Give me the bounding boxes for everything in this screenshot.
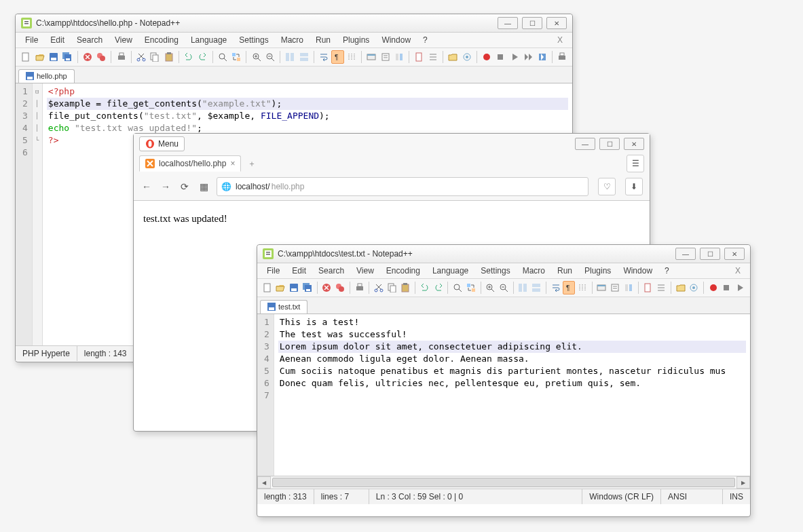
browser-tab[interactable]: localhost/hello.php × xyxy=(139,155,241,172)
scroll-track[interactable] xyxy=(271,477,736,488)
save-all-icon[interactable] xyxy=(61,50,73,64)
close-file-icon[interactable] xyxy=(81,50,94,64)
maximize-button[interactable]: ☐ xyxy=(599,138,620,150)
minimize-button[interactable]: — xyxy=(575,138,595,150)
undo-icon[interactable] xyxy=(183,50,195,64)
redo-icon[interactable] xyxy=(196,50,208,64)
stop-icon[interactable] xyxy=(494,50,506,64)
folder-workspace-icon[interactable] xyxy=(447,50,459,64)
sync-h-icon[interactable] xyxy=(298,50,310,64)
func-list-icon[interactable] xyxy=(379,50,391,64)
copy-icon[interactable] xyxy=(149,50,161,64)
print2-icon[interactable] xyxy=(556,50,568,64)
monitoring-icon[interactable] xyxy=(688,281,700,294)
scroll-left-icon[interactable]: ◀ xyxy=(257,476,271,489)
menu-plugins[interactable]: Plugins xyxy=(579,265,616,277)
scroll-thumb[interactable] xyxy=(272,478,735,487)
menu-encoding[interactable]: Encoding xyxy=(139,34,184,46)
menu-view[interactable]: View xyxy=(109,34,138,46)
zoom-out-icon[interactable] xyxy=(264,50,276,64)
menu-search[interactable]: Search xyxy=(71,34,108,46)
paste-icon[interactable] xyxy=(163,50,175,64)
menu-macro[interactable]: Macro xyxy=(276,34,309,46)
code-area[interactable]: This is a test! The test was successful!… xyxy=(274,314,750,476)
undo-icon[interactable] xyxy=(419,281,431,294)
doc-map-icon[interactable] xyxy=(413,50,425,64)
doc-list-icon[interactable] xyxy=(427,50,439,64)
indent-guide-icon[interactable] xyxy=(576,281,589,294)
titlebar[interactable]: C:\xampp\htdocs\test.txt - Notepad++ — ☐… xyxy=(257,245,750,263)
sync-v-icon[interactable] xyxy=(517,281,529,294)
file-tab-test[interactable]: test.txt xyxy=(260,300,307,314)
replace-icon[interactable] xyxy=(230,50,242,64)
back-button[interactable]: ← xyxy=(141,180,153,193)
menu-x[interactable]: X xyxy=(730,265,746,277)
address-bar[interactable]: 🌐 localhost/hello.php xyxy=(217,177,589,196)
zoom-out-icon[interactable] xyxy=(498,281,510,294)
menu-run[interactable]: Run xyxy=(552,265,578,277)
lang-icon[interactable] xyxy=(365,50,377,64)
menu-plugins[interactable]: Plugins xyxy=(337,34,375,46)
folder-workspace-icon[interactable] xyxy=(675,281,687,294)
print-icon[interactable] xyxy=(354,281,366,294)
folder-map-icon[interactable] xyxy=(622,281,635,294)
all-chars-icon[interactable]: ¶ xyxy=(331,50,343,64)
lang-icon[interactable] xyxy=(596,281,608,294)
scroll-right-icon[interactable]: ▶ xyxy=(736,476,750,489)
menu-x[interactable]: X xyxy=(552,34,568,46)
reload-button[interactable]: ⟳ xyxy=(179,180,191,193)
all-chars-icon[interactable]: ¶ xyxy=(563,281,575,294)
print-icon[interactable] xyxy=(115,50,127,64)
stop-icon[interactable] xyxy=(721,281,733,294)
close-button[interactable]: ✕ xyxy=(624,138,644,150)
menu-search[interactable]: Search xyxy=(313,265,350,277)
new-tab-button[interactable]: ＋ xyxy=(245,157,259,170)
record-icon[interactable] xyxy=(481,50,493,64)
minimize-button[interactable]: — xyxy=(675,248,696,260)
close-button[interactable]: ✕ xyxy=(724,248,745,260)
wordwrap-icon[interactable] xyxy=(550,281,562,294)
menu-window[interactable]: Window xyxy=(376,34,416,46)
code-editor[interactable]: 1234567 This is a test! The test was suc… xyxy=(257,314,750,476)
menu-settings[interactable]: Settings xyxy=(234,34,274,46)
save-icon[interactable] xyxy=(48,50,60,64)
cut-icon[interactable] xyxy=(373,281,385,294)
menu-encoding[interactable]: Encoding xyxy=(381,265,426,277)
record-icon[interactable] xyxy=(707,281,720,294)
forward-button[interactable]: → xyxy=(160,180,172,193)
open-icon[interactable] xyxy=(33,50,45,64)
fold-gutter[interactable]: ⊟│││└ xyxy=(33,83,43,345)
speed-dial-button[interactable]: ▦ xyxy=(198,180,210,193)
save-icon[interactable] xyxy=(288,281,300,294)
panel-toggle-icon[interactable]: ☰ xyxy=(627,155,644,172)
folder-map-icon[interactable] xyxy=(393,50,405,64)
maximize-button[interactable]: ☐ xyxy=(700,248,720,260)
menu-language[interactable]: Language xyxy=(427,265,474,277)
sync-h-icon[interactable] xyxy=(530,281,542,294)
wordwrap-icon[interactable] xyxy=(318,50,330,64)
new-icon[interactable] xyxy=(261,281,274,294)
play-multi-icon[interactable] xyxy=(522,50,534,64)
save-all-icon[interactable] xyxy=(301,281,314,294)
menu-edit[interactable]: Edit xyxy=(286,265,312,277)
new-icon[interactable] xyxy=(20,50,32,64)
close-button[interactable]: ✕ xyxy=(546,17,567,29)
menu-settings[interactable]: Settings xyxy=(475,265,515,277)
titlebar[interactable]: C:\xampp\htdocs\hello.php - Notepad++ — … xyxy=(16,14,572,33)
func-list-icon[interactable] xyxy=(609,281,621,294)
menu-macro[interactable]: Macro xyxy=(517,265,550,277)
copy-icon[interactable] xyxy=(386,281,398,294)
menu-edit[interactable]: Edit xyxy=(45,34,70,46)
paste-icon[interactable] xyxy=(400,281,412,294)
tab-close-icon[interactable]: × xyxy=(230,159,235,168)
play-icon[interactable] xyxy=(734,281,746,294)
zoom-in-icon[interactable] xyxy=(484,281,496,294)
file-tab-hello[interactable]: hello.php xyxy=(18,69,75,83)
close-all-icon[interactable] xyxy=(334,281,346,294)
minimize-button[interactable]: — xyxy=(498,17,518,29)
open-icon[interactable] xyxy=(275,281,287,294)
monitoring-icon[interactable] xyxy=(460,50,472,64)
menu-help[interactable]: ? xyxy=(417,34,433,46)
menu-language[interactable]: Language xyxy=(185,34,232,46)
play-icon[interactable] xyxy=(508,50,521,64)
